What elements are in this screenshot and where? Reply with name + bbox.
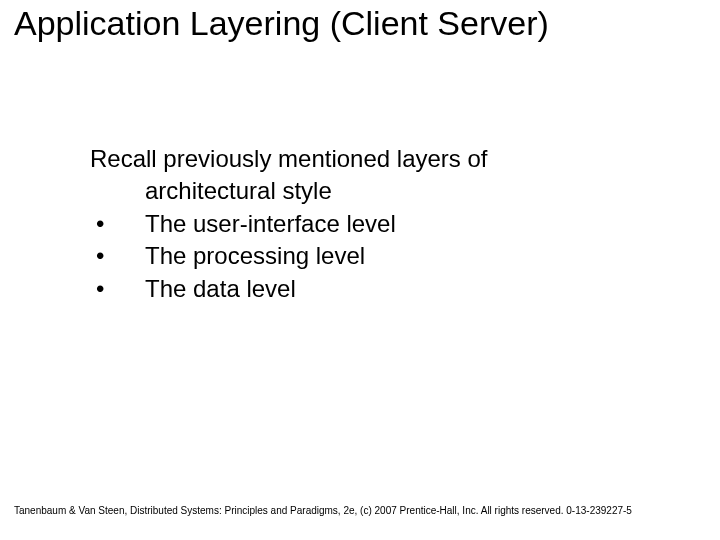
intro-text: Recall previously mentioned layers of ar…: [90, 143, 660, 208]
list-item-text: The processing level: [145, 240, 365, 272]
list-item-text: The data level: [145, 273, 296, 305]
bullet-icon: •: [90, 240, 145, 272]
bullet-list: • The user-interface level • The process…: [90, 208, 660, 305]
slide-body: Recall previously mentioned layers of ar…: [90, 143, 660, 305]
slide-footer: Tanenbaum & Van Steen, Distributed Syste…: [14, 505, 706, 516]
bullet-icon: •: [90, 208, 145, 240]
intro-line-2: architectural style: [90, 177, 332, 204]
slide-title: Application Layering (Client Server): [14, 4, 710, 43]
list-item: • The processing level: [90, 240, 660, 272]
list-item-text: The user-interface level: [145, 208, 396, 240]
list-item: • The user-interface level: [90, 208, 660, 240]
intro-line-1: Recall previously mentioned layers of: [90, 145, 488, 172]
bullet-icon: •: [90, 273, 145, 305]
slide: Application Layering (Client Server) Rec…: [0, 0, 720, 540]
list-item: • The data level: [90, 273, 660, 305]
